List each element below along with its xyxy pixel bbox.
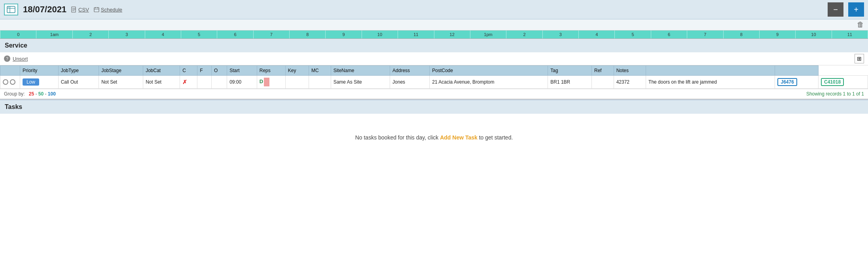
cell-badge1[interactable]: J6476 (775, 76, 819, 89)
timeline-label: 6 (217, 31, 253, 38)
unsort-link[interactable]: Unsort (13, 56, 28, 62)
cell-sitename: Same As Site (331, 76, 390, 89)
app-logo-icon (4, 4, 18, 15)
col-start: Start (227, 66, 257, 76)
col-ref: Ref (591, 66, 614, 76)
col-o: O (211, 66, 227, 76)
cell-jobtype: Call Out (58, 76, 99, 89)
cell-reps: D (257, 76, 285, 89)
col-jobstage: JobStage (99, 66, 143, 76)
group-100[interactable]: 100 (48, 91, 56, 97)
cell-start: 09:00 (227, 76, 257, 89)
col-f: F (197, 66, 212, 76)
help-icon[interactable]: ? (4, 55, 10, 62)
trash-icon[interactable]: 🗑 (857, 21, 864, 29)
timeline-label: 8 (290, 31, 326, 38)
tasks-empty-after: to get started. (478, 134, 513, 141)
timeline-label: 1am (36, 31, 72, 38)
timeline-label: 5 (181, 31, 217, 38)
contract-badge: C41018 (821, 78, 844, 86)
tasks-section-header: Tasks (0, 99, 868, 114)
timeline-label: 4 (145, 31, 181, 38)
tasks-empty-before: No tasks booked for this day, click (355, 134, 440, 141)
svg-point-3 (8, 7, 9, 8)
timeline-label: 4 (579, 31, 615, 38)
cell-badge2[interactable]: C41018 (819, 76, 868, 89)
col-c: C (180, 66, 197, 76)
group-50[interactable]: 50 (38, 91, 44, 97)
timeline-label: 3 (543, 31, 579, 38)
cell-tag (591, 76, 614, 89)
grid-view-icon[interactable]: ⊞ (855, 54, 864, 63)
timeline-label: 10 (796, 31, 832, 38)
timeline-label: 2 (73, 31, 109, 38)
cell-key (285, 76, 309, 89)
timeline-label: 7 (687, 31, 723, 38)
timeline-label: 10 (362, 31, 398, 38)
table-header-row: Priority JobType JobStage JobCat C F O S… (0, 66, 868, 76)
timeline-label: 12 (434, 31, 470, 38)
col-badge1 (646, 66, 775, 76)
svg-rect-8 (94, 8, 99, 12)
cell-mc (309, 76, 331, 89)
timeline-label: 7 (254, 31, 290, 38)
table-footer: Group by: 25 - 50 - 100 Showing records … (0, 89, 868, 99)
cell-jobcat: Not Set (143, 76, 180, 89)
col-notes: Notes (614, 66, 646, 76)
cell-surname: Jones (390, 76, 430, 89)
service-section-header: Service (0, 39, 868, 52)
timeline-label: 11 (832, 31, 868, 38)
schedule-link[interactable]: Schedule (94, 7, 122, 13)
job-badge: J6476 (777, 78, 797, 86)
timeline-label: 5 (615, 31, 651, 38)
toolbar-row: 🗑 (0, 19, 868, 31)
col-mc: MC (309, 66, 331, 76)
col-address: Address (390, 66, 430, 76)
priority-badge: Low (23, 78, 39, 86)
timeline-label: 3 (109, 31, 145, 38)
col-jobtype: JobType (58, 66, 99, 76)
timeline-label: 8 (724, 31, 760, 38)
unsort-row: ? Unsort ⊞ (0, 52, 868, 65)
timeline-label: 2 (506, 31, 542, 38)
cell-postcode: BR1 1BR (548, 76, 592, 89)
radio-1[interactable] (3, 79, 8, 85)
col-select (0, 66, 20, 76)
cell-address: 21 Acacia Avenue, Bromptom (430, 76, 548, 89)
col-reps: Reps (257, 66, 285, 76)
col-postcode: PostCode (430, 66, 548, 76)
col-priority: Priority (20, 66, 59, 76)
timeline-label: 9 (760, 31, 796, 38)
cell-priority: Low (20, 76, 59, 89)
csv-link[interactable]: CSV (71, 6, 89, 13)
plus-button[interactable]: + (848, 2, 864, 17)
cell-c: ✗ (180, 76, 197, 89)
header-bar: 18/07/2021 CSV Schedule − + (0, 0, 868, 19)
cell-ref: 42372 (614, 76, 646, 89)
cell-o (211, 76, 227, 89)
service-table: Priority JobType JobStage JobCat C F O S… (0, 65, 868, 89)
add-task-link[interactable]: Add New Task (440, 134, 478, 141)
cell-jobstage: Not Set (99, 76, 143, 89)
group-by-row: Group by: 25 - 50 - 100 (4, 91, 56, 97)
timeline-label: 0 (0, 31, 36, 38)
timeline-label: 9 (326, 31, 362, 38)
table-row: Low Call Out Not Set Not Set ✗ 09:00 D S… (0, 76, 868, 89)
minus-button[interactable]: − (828, 2, 843, 17)
timeline-label: 6 (651, 31, 687, 38)
col-key: Key (285, 66, 309, 76)
row-select[interactable] (0, 76, 20, 89)
group-25[interactable]: 25 (29, 91, 34, 97)
col-jobcat: JobCat (143, 66, 180, 76)
radio-2[interactable] (10, 79, 15, 85)
date-display: 18/07/2021 (23, 4, 66, 15)
tasks-empty-state: No tasks booked for this day, click Add … (0, 114, 868, 161)
timeline-label: 1pm (470, 31, 506, 38)
col-sitename: SiteName (331, 66, 390, 76)
col-tag: Tag (548, 66, 592, 76)
cell-notes: The doors on the lift are jammed (646, 76, 775, 89)
timeline: 01am234567891011121pm234567891011 (0, 31, 868, 39)
timeline-label: 11 (398, 31, 434, 38)
showing-records: Showing records 1 to 1 of 1 (806, 91, 864, 97)
col-badge2 (775, 66, 819, 76)
